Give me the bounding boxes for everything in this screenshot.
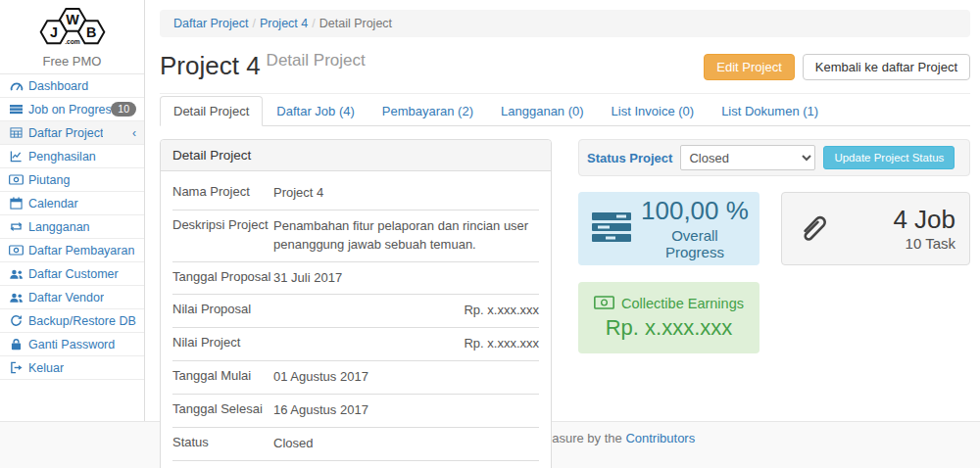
sidebar: W J B .com Free PMO Dashboard [0,0,145,421]
status-project-select[interactable]: Closed [680,145,815,170]
earnings-value: Rp. x.xxx.xxx [606,315,733,341]
overall-progress-value: 100,00 % [641,197,749,225]
sidebar-item-langganan[interactable]: Langganan [0,215,144,239]
svg-text:J: J [49,24,57,40]
tasks-icon [8,103,24,116]
refresh-icon [8,314,24,327]
sidebar-item-label: Penghasilan [28,150,96,164]
retweet-icon [8,221,24,232]
money-icon [8,245,24,256]
table-row: Tanggal Proposal 31 Juli 2017 [172,261,539,295]
breadcrumb-link-daftar-project[interactable]: Daftar Project [173,17,248,30]
sidebar-item-label: Daftar Customer [28,267,119,281]
breadcrumb-link-project-4[interactable]: Project 4 [260,17,308,30]
money-icon [8,174,24,185]
row-value: 01 Agustus 2017 [273,368,539,387]
row-value: Penambahan fitur pelaporan dan rincian u… [273,217,539,255]
row-label: Nama Project [172,184,273,203]
breadcrumb-active: Detail Project [319,17,392,30]
detail-project-panel: Detail Project Nama Project Project 4 De… [160,139,552,468]
tasks-icon [592,211,631,246]
calendar-icon [8,197,24,210]
status-project-label: Status Project [587,151,672,165]
row-label: Tanggal Selesai [172,401,273,420]
back-to-project-list-button[interactable]: Kembali ke daftar Project [803,54,970,80]
sidebar-item-dashboard[interactable]: Dashboard [0,74,144,98]
tab-pembayaran[interactable]: Pembayaran (2) [368,96,487,126]
right-column: Status Project Closed Update Project Sta… [578,139,970,468]
sidebar-item-daftar-customer[interactable]: Daftar Customer [0,262,144,286]
sidebar-item-ganti-password[interactable]: Ganti Password [0,333,144,356]
svg-text:.com: .com [65,38,80,45]
table-row: Status Closed [172,427,539,460]
row-value: Project 4 [273,184,539,203]
task-count-label: 10 Task [831,235,956,252]
line-chart-icon [8,150,24,163]
chevron-left-icon: ‹ [132,126,136,140]
sidebar-item-daftar-pembayaran[interactable]: Daftar Pembayaran [0,239,144,262]
dashboard-icon [8,79,24,93]
table-row: Nilai Proposal Rp. x.xxx.xxx [172,294,539,327]
app-window: W J B .com Free PMO Dashboard [0,0,980,468]
sidebar-item-label: Daftar Vendor [28,291,104,304]
earnings-label: Collectibe Earnings [621,296,744,311]
sidebar-item-keluar[interactable]: Keluar [0,356,144,380]
sidebar-item-label: Langganan [28,220,90,234]
main-content: Daftar Project/Project 4/Detail Project … [145,0,980,421]
brand: W J B .com Free PMO [0,0,144,74]
row-value: 16 Agustus 2017 [273,401,539,420]
sidebar-item-label: Dashboard [28,79,88,93]
edit-project-button[interactable]: Edit Project [704,54,794,80]
row-label: Tanggal Mulai [172,368,273,387]
table-row: Nilai Project Rp. x.xxx.xxx [172,327,539,360]
page-subtitle: Detail Project [267,51,366,70]
overall-progress-card: 100,00 % Overall Progress [578,192,760,265]
update-project-status-button[interactable]: Update Project Status [823,146,955,169]
tab-bar: Detail Project Daftar Job (4) Pembayaran… [160,96,970,126]
row-value: 31 Juli 2017 [273,269,539,288]
job-count-card: 4 Job 10 Task [781,192,970,265]
table-row: Tanggal Mulai 01 Agustus 2017 [172,360,539,394]
row-value: Rp. x.xxx.xxx [273,302,539,320]
table-icon [8,126,24,139]
row-label: Nilai Project [172,335,273,353]
row-label: Tanggal Proposal [172,269,273,288]
jwb-logo: W J B .com [25,37,120,52]
page-title: Project 4 [160,51,261,81]
sidebar-item-penghasilan[interactable]: Penghasilan [0,145,144,168]
sidebar-item-label: Ganti Password [28,338,115,351]
users-icon [8,292,24,304]
tab-daftar-job[interactable]: Daftar Job (4) [263,96,368,126]
table-row: Deskripsi Project Penambahan fitur pelap… [172,210,539,261]
table-row: Customer Bapak Customer 001 [172,460,539,468]
row-label: Status [172,435,273,453]
overall-progress-label: Overall Progress [641,227,749,260]
sidebar-item-backup-restore-db[interactable]: Backup/Restore DB [0,309,144,333]
tab-langganan[interactable]: Langganan (0) [487,96,598,126]
money-icon [594,296,614,312]
sidebar-item-label: Daftar Pembayaran [28,244,134,257]
tab-list-invoice[interactable]: List Invoice (0) [598,96,709,126]
row-label: Deskripsi Project [172,217,273,255]
sidebar-item-label: Keluar [28,361,64,375]
row-label: Nilai Proposal [172,302,273,320]
lock-icon [8,338,24,351]
svg-text:B: B [85,24,95,40]
tab-detail-project[interactable]: Detail Project [160,96,263,126]
sidebar-item-daftar-project[interactable]: Daftar Project ‹ [0,121,144,145]
sidebar-item-label: Daftar Project [28,126,103,140]
table-row: Tanggal Selesai 16 Agustus 2017 [172,394,539,427]
job-count-value: 4 Job [831,206,956,234]
sidebar-item-label: Calendar [28,197,78,211]
table-row: Nama Project Project 4 [172,177,539,210]
svg-text:W: W [66,12,79,27]
sidebar-item-job-on-progress[interactable]: Job on Progress 10 [0,98,144,121]
breadcrumb-separator: / [312,17,315,30]
sidebar-item-daftar-vendor[interactable]: Daftar Vendor [0,286,144,309]
sidebar-item-calendar[interactable]: Calendar [0,192,144,215]
sign-out-icon [8,361,24,374]
sidebar-item-label: Job on Progress [28,103,111,117]
tab-list-dokumen[interactable]: List Dokumen (1) [708,96,832,126]
row-value: Closed [273,435,539,453]
sidebar-item-piutang[interactable]: Piutang [0,168,144,192]
